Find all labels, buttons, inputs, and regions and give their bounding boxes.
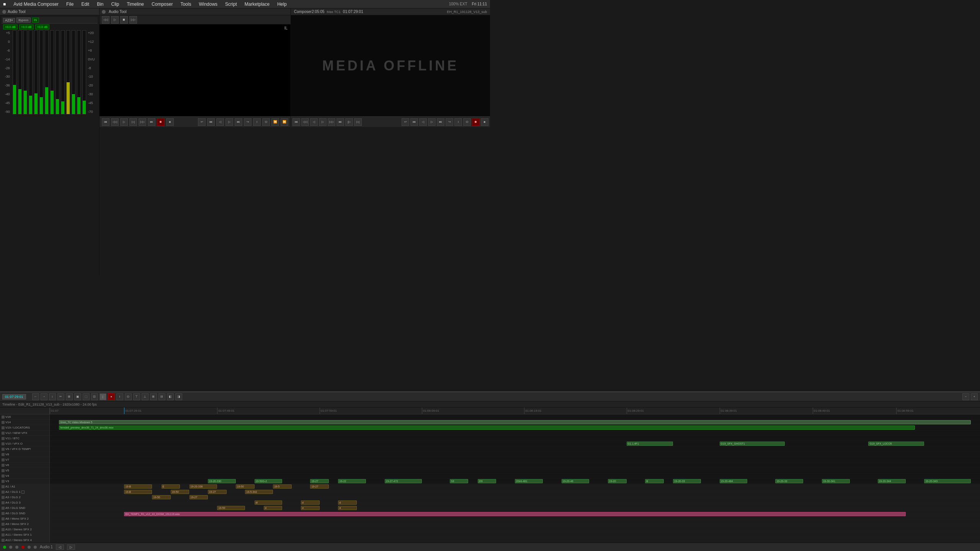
source-monitor-titlebar: Audio Tool	[100, 8, 291, 15]
menu-item-file[interactable]: File	[65, 1, 75, 8]
vu-channel-7	[44, 30, 49, 114]
vu-channel-4	[28, 30, 33, 114]
vu-channel-3	[23, 30, 28, 114]
source-btn-1[interactable]: ◁◁	[102, 16, 109, 24]
src-rew-btn[interactable]: ◁◁	[111, 118, 119, 126]
menu-item-edit[interactable]: Edit	[80, 1, 91, 8]
comp-btn-3[interactable]: ◁	[310, 118, 318, 126]
src-stop-btn[interactable]: ■	[166, 118, 174, 126]
source-btn-2[interactable]: ▷	[111, 16, 119, 24]
db-value-3: +0.0 dB	[35, 24, 50, 29]
source-btn-4[interactable]: ▷▷	[129, 16, 137, 24]
comp-btn-12[interactable]: ▷	[428, 118, 436, 126]
comp-btn-8[interactable]: ▷|	[354, 118, 362, 126]
audio-tool-title: Audio Tool	[8, 10, 26, 14]
vu-channel-6	[39, 30, 44, 114]
comp-btn-2[interactable]: ◁◁	[301, 118, 309, 126]
comp-mark-out[interactable]: O	[463, 118, 471, 126]
src-extra-5[interactable]: ⏭	[235, 118, 242, 126]
comp-btn-6[interactable]: ⏭	[336, 118, 344, 126]
il-indicator: IL	[284, 26, 287, 30]
src-mark-out[interactable]: O	[262, 118, 270, 126]
vu-channel-14	[82, 30, 87, 114]
comp-btn-4[interactable]: ▷	[319, 118, 327, 126]
db-value-1: +0.0 dB	[3, 24, 18, 29]
source-transport-controls: ⏮ ◁◁ ▷ ▷| ▷▷ ⏭ ⏺ ■ ↩ ⏮ ◁ ▷ ⏭ ↪ I O ⏪ ⏩	[100, 116, 291, 127]
menu-item-avid[interactable]: Avid Media Composer	[12, 1, 60, 8]
src-end-btn[interactable]: ⏭	[148, 118, 155, 126]
source-monitor-close[interactable]	[102, 10, 106, 14]
comp-btn-13[interactable]: ⏭	[437, 118, 444, 126]
src-play-fwd[interactable]: ▷	[120, 118, 128, 126]
source-transport-row: ◁◁ ▷ ⏹ ▷▷	[100, 15, 291, 24]
src-mark-in[interactable]: I	[253, 118, 261, 126]
system-time: Fri 11:11	[472, 2, 487, 6]
composer-seq-name: EH_R1_191128_V13_sub	[447, 10, 487, 14]
src-extra-2[interactable]: ⏮	[207, 118, 215, 126]
src-slow-fwd[interactable]: ⏩	[281, 118, 288, 126]
composer-titlebar: Composer 2:05:05 Mas TC1 01:07:29:01 EH_…	[291, 8, 490, 15]
audio-tool-header: A23+ Bypass IN	[2, 17, 98, 24]
vu-channel-9	[55, 30, 60, 114]
src-extra-3[interactable]: ◁	[216, 118, 224, 126]
source-monitor-screen: IL	[100, 24, 291, 116]
zoom-level: 100% EXT	[449, 2, 467, 6]
src-extra-4[interactable]: ▷	[225, 118, 233, 126]
vu-channel-13	[77, 30, 81, 114]
composer-timecode-1: 2:05:05	[312, 10, 324, 14]
comp-btn-10[interactable]: ⏮	[410, 118, 418, 126]
menu-item-bin[interactable]: Bin	[95, 1, 105, 8]
composer-screen: MEDIA OFFLINE	[291, 15, 490, 116]
menu-item-windows[interactable]: Windows	[197, 1, 219, 8]
comp-btn-7[interactable]: |▷	[345, 118, 353, 126]
audio-tool-close[interactable]	[2, 10, 6, 14]
comp-mark-in[interactable]: I	[454, 118, 462, 126]
vu-labels-right: +20 +12 +8 0VU -8 -10 -20 -30 -45 -70	[87, 30, 98, 114]
menu-item-composer[interactable]: Composer	[150, 1, 174, 8]
menu-bar: ■ Avid Media Composer File Edit Bin Clip…	[0, 0, 490, 8]
menu-item-script[interactable]: Script	[224, 1, 238, 8]
comp-rec-btn[interactable]: ⏺	[472, 118, 480, 126]
vu-meter-section: +5 0 -6 -14 -26 -30 -36 -40 -45 -90	[2, 30, 98, 114]
composer-title: Composer	[294, 10, 312, 14]
db-values-row: +0.0 dB +0.0 dB +0.0 dB	[2, 24, 98, 30]
comp-btn-14[interactable]: ↪	[446, 118, 453, 126]
menu-item-timeline[interactable]: Timeline	[125, 1, 145, 8]
app-logo: ■	[3, 2, 6, 7]
vu-channel-11	[66, 30, 70, 114]
vu-channel-5	[34, 30, 38, 114]
composer-tc-value: 01:07:29:01	[343, 10, 363, 14]
vu-labels-left: +5 0 -6 -14 -26 -30 -36 -40 -45 -90	[2, 30, 11, 114]
composer-controls: ⏮ ◁◁ ◁ ▷ ▷▷ ⏭ |▷ ▷| ↩ ⏮ ◁ ▷ ⏭ ↪ I O ⏺ ■	[291, 116, 490, 127]
src-slow-rev[interactable]: ⏪	[271, 118, 279, 126]
comp-btn-11[interactable]: ◁	[419, 118, 427, 126]
vu-channel-12	[71, 30, 76, 114]
source-monitor-title: Audio Tool	[109, 10, 127, 14]
menu-item-help[interactable]: Help	[276, 1, 288, 8]
src-ff-btn[interactable]: ▷▷	[139, 118, 146, 126]
menu-item-clip[interactable]: Clip	[109, 1, 121, 8]
comp-btn-1[interactable]: ⏮	[292, 118, 300, 126]
vu-channels	[12, 30, 87, 114]
in-button[interactable]: IN	[32, 18, 39, 23]
composer-tc-label: Mas TC1	[327, 10, 341, 14]
menu-item-tools[interactable]: Tools	[179, 1, 193, 8]
src-play-btn[interactable]: ⏮	[102, 118, 109, 126]
src-extra-1[interactable]: ↩	[198, 118, 206, 126]
src-rec-btn[interactable]: ⏺	[157, 118, 165, 126]
vu-channel-2	[18, 30, 22, 114]
comp-btn-9[interactable]: ↩	[402, 118, 409, 126]
db-value-2: +0.0 dB	[19, 24, 34, 29]
src-extra-6[interactable]: ↪	[244, 118, 252, 126]
src-step-fwd[interactable]: ▷|	[129, 118, 137, 126]
source-btn-3[interactable]: ⏹	[120, 16, 128, 24]
vu-channel-10	[60, 30, 65, 114]
channel-type: A23+	[3, 18, 15, 23]
vu-channel-8	[50, 30, 54, 114]
menu-item-marketplace[interactable]: Marketplace	[243, 1, 271, 8]
comp-btn-5[interactable]: ▷▷	[328, 118, 335, 126]
vu-channel-1	[12, 30, 17, 114]
bypass-button[interactable]: Bypass	[16, 18, 30, 23]
comp-stop-btn[interactable]: ■	[481, 118, 488, 126]
composer-media-offline: MEDIA OFFLINE	[322, 58, 459, 74]
